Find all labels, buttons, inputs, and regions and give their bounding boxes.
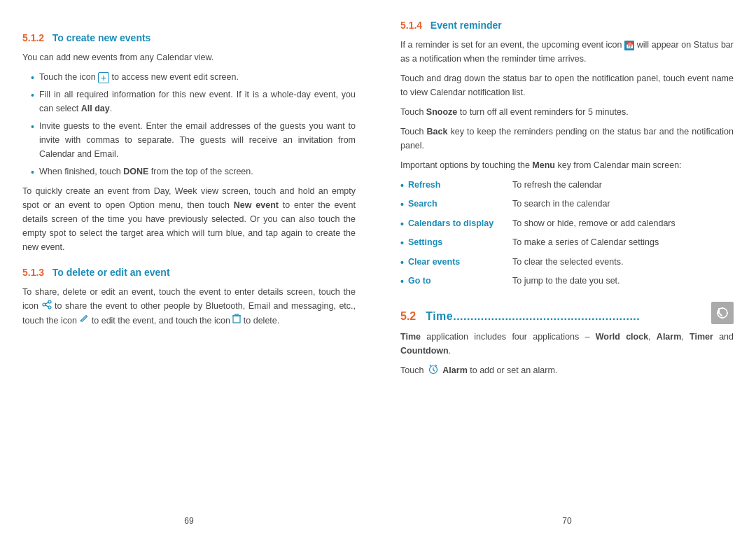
section-513-number: 5.1.3 [22,267,44,278]
section-512: 5.1.2 To create new events You can add n… [22,32,356,254]
option-refresh-desc: To refresh the calendar [512,178,734,193]
section-514-para3: Touch Snooze to turn off all event remin… [400,105,734,119]
section-52-para2: Touch Alarm to add or set an alarm. [400,363,734,379]
option-goto: Go to To jump to the date you set. [400,274,734,289]
option-clear-desc: To clear the selected events. [512,255,734,270]
list-item: Invite guests to the event. Enter the em… [32,119,356,161]
alarm-icon [428,363,439,379]
right-column: 5.1.4 Event reminder If a reminder is se… [378,0,756,537]
reminder-icon: 📅 [624,41,634,50]
options-table: Refresh To refresh the calendar Search T… [400,178,734,289]
option-calendars-key: Calendars to display [400,216,512,232]
section-513-heading: To delete or edit an event [52,267,170,278]
section-52-number: 5.2 [400,310,416,323]
option-settings: Settings To make a series of Calendar se… [400,235,734,251]
svg-line-18 [430,365,431,366]
svg-line-3 [45,302,48,304]
svg-line-4 [45,305,48,307]
share-icon [42,300,52,314]
svg-line-17 [433,370,435,372]
list-item: Touch the icon + to access new event edi… [32,70,356,84]
right-page-number: 70 [562,516,571,526]
option-search-key: Search [400,197,512,212]
section-52-dots: ........................................… [453,310,640,322]
option-search-desc: To search in the calendar [512,197,734,212]
section-512-title: 5.1.2 To create new events [22,32,356,43]
section-514-para1: If a reminder is set for an event, the u… [400,38,734,66]
option-calendars-desc: To show or hide, remove or add calendars [512,216,734,232]
option-search: Search To search in the calendar [400,197,734,212]
option-clear-key: Clear events [400,255,512,270]
section-514-number: 5.1.4 [400,20,422,31]
section-514-title: 5.1.4 Event reminder [400,20,734,31]
section-514-heading: Event reminder [430,20,502,31]
list-item: When finished, touch DONE from the top o… [32,165,356,179]
option-refresh-key: Refresh [400,178,512,193]
svg-line-19 [435,365,437,366]
section-52: 5.2 Time................................… [400,302,734,379]
time-app-icon [711,302,734,324]
svg-point-1 [43,303,46,306]
section-514-para4: Touch Back key to keep the reminders pen… [400,125,734,153]
section-513-para1: To share, delete or edit an event, touch… [22,285,356,328]
section-512-para2: To quickly create an event from Day, Wee… [22,184,356,254]
svg-rect-5 [233,316,240,323]
section-512-para1: You can add new events from any Calendar… [22,50,356,64]
section-52-title-word: Time [426,310,453,322]
left-page-number: 69 [184,516,193,526]
section-512-number: 5.1.2 [22,32,44,43]
section-52-header: 5.2 Time................................… [400,302,734,324]
option-refresh: Refresh To refresh the calendar [400,178,734,193]
section-514-para2: Touch and drag down the status bar to op… [400,71,734,99]
option-calendars: Calendars to display To show or hide, re… [400,216,734,232]
left-column: 5.1.2 To create new events You can add n… [0,0,378,537]
option-goto-desc: To jump to the date you set. [512,274,734,289]
section-514: 5.1.4 Event reminder If a reminder is se… [400,20,734,289]
section-512-heading: To create new events [52,32,151,43]
plus-icon: + [98,72,109,83]
section-513-title: 5.1.3 To delete or edit an event [22,267,356,278]
option-settings-desc: To make a series of Calendar settings [512,235,734,251]
delete-icon [232,314,241,328]
section-512-bullets: Touch the icon + to access new event edi… [22,70,356,179]
list-item: Fill in all required information for thi… [32,88,356,116]
section-514-para5: Important options by touching the Menu k… [400,158,734,172]
edit-icon [79,314,89,328]
option-clear: Clear events To clear the selected event… [400,255,734,270]
section-513: 5.1.3 To delete or edit an event To shar… [22,267,356,328]
page-spread: 5.1.2 To create new events You can add n… [0,0,756,537]
option-settings-key: Settings [400,235,512,251]
option-goto-key: Go to [400,274,512,289]
section-52-title-text: Time....................................… [419,310,708,323]
section-52-para1: Time application includes four applicati… [400,330,734,358]
svg-point-0 [48,300,51,303]
svg-point-2 [48,306,51,309]
